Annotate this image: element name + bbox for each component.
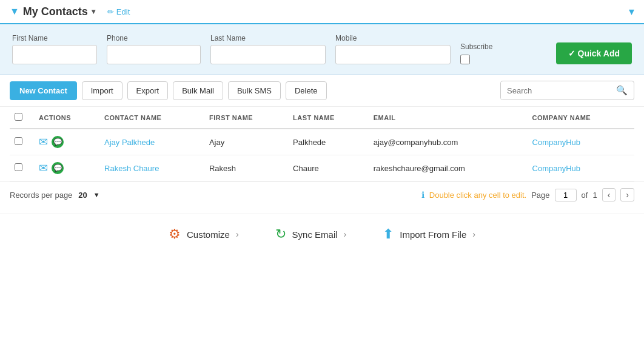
contact-name-link[interactable]: Ajay Palkhede: [104, 138, 155, 147]
phone-input[interactable]: [107, 45, 201, 64]
last-name-group: Last Name: [210, 34, 326, 64]
row-checkbox-cell: [10, 155, 34, 181]
pencil-icon: ✏: [107, 7, 114, 16]
quick-add-button[interactable]: ✓ Quick Add: [556, 42, 632, 64]
next-page-button[interactable]: ›: [620, 188, 634, 201]
row-checkbox-1[interactable]: [15, 163, 22, 171]
bulk-sms-button[interactable]: Bulk SMS: [228, 81, 281, 100]
search-input[interactable]: [501, 82, 610, 100]
actions-column-header: ACTIONS: [34, 107, 99, 129]
search-icon-button[interactable]: 🔍: [610, 81, 634, 100]
row-contact-name[interactable]: Ajay Palkhede: [99, 129, 204, 155]
import-button[interactable]: Import: [82, 81, 122, 100]
customize-arrow: ›: [236, 229, 239, 239]
phone-group: Phone: [107, 34, 201, 64]
import-from-file-label: Import From File: [400, 229, 466, 240]
company-name-column-header: COMPANY NAME: [528, 107, 634, 129]
import-file-arrow: ›: [472, 229, 475, 239]
row-last-name: Palkhede: [288, 129, 369, 155]
table-footer: Records per page 20 ▼ ℹ Double click any…: [0, 181, 644, 208]
of-label: of: [582, 191, 588, 200]
header: ▼ My Contacts ▾ ✏ Edit ▾: [0, 0, 644, 24]
bottom-actions: ⚙ Customize › ↻ Sync Email › ⬆ Import Fr…: [0, 214, 644, 254]
email-action-icon[interactable]: ✉: [39, 161, 48, 175]
records-per-page-label: Records per page: [10, 191, 72, 200]
mobile-label: Mobile: [335, 34, 451, 42]
email-action-icon[interactable]: ✉: [39, 135, 48, 149]
page-label: Page: [531, 191, 549, 200]
customize-action[interactable]: ⚙ Customize ›: [169, 226, 239, 242]
toolbar: New Contact Import Export Bulk Mail Bulk…: [0, 75, 644, 107]
mobile-group: Mobile: [335, 34, 451, 64]
row-last-name: Chaure: [288, 155, 369, 181]
sync-email-arrow: ›: [344, 229, 347, 239]
records-count: 20: [78, 191, 87, 200]
company-name-link[interactable]: CompanyHub: [532, 164, 581, 173]
company-name-link[interactable]: CompanyHub: [532, 138, 581, 147]
quick-add-panel: First Name Phone Last Name Mobile Subscr…: [0, 24, 644, 75]
table-header: ACTIONS CONTACT NAME FIRST NAME LAST NAM…: [10, 107, 634, 129]
contact-name-column-header: CONTACT NAME: [99, 107, 204, 129]
customize-label: Customize: [187, 229, 230, 240]
sync-email-action[interactable]: ↻ Sync Email ›: [275, 226, 347, 242]
row-contact-name[interactable]: Rakesh Chaure: [99, 155, 204, 181]
search-wrapper: 🔍: [500, 81, 634, 100]
bulk-mail-button[interactable]: Bulk Mail: [173, 81, 223, 100]
email-column-header: EMAIL: [369, 107, 528, 129]
subscribe-group: Subscribe: [460, 42, 492, 64]
row-action-icons: ✉ 💬: [39, 161, 95, 175]
row-company-name[interactable]: CompanyHub: [528, 155, 634, 181]
header-title-text: My Contacts: [23, 5, 88, 18]
corner-dropdown-icon[interactable]: ▾: [629, 5, 634, 18]
subscribe-label: Subscribe: [460, 42, 492, 51]
contacts-table: ACTIONS CONTACT NAME FIRST NAME LAST NAM…: [10, 107, 634, 181]
new-contact-button[interactable]: New Contact: [10, 81, 77, 100]
first-name-input[interactable]: [12, 45, 97, 64]
sync-email-icon: ↻: [275, 226, 286, 242]
last-name-input[interactable]: [210, 45, 326, 64]
import-from-file-action[interactable]: ⬆ Import From File ›: [383, 226, 475, 242]
row-checkbox-cell: [10, 129, 34, 155]
double-click-hint: Double click any cell to edit.: [429, 191, 526, 200]
customize-icon: ⚙: [169, 226, 181, 242]
info-icon: ℹ: [421, 190, 424, 200]
page-input[interactable]: 1: [555, 189, 577, 201]
row-email: rakeshchaure@gmail.com: [369, 155, 528, 181]
first-name-column-header: FIRST NAME: [204, 107, 288, 129]
my-contacts-title[interactable]: ▼ My Contacts ▾: [10, 5, 95, 18]
caret-icon: ▾: [92, 7, 95, 16]
row-checkbox-0[interactable]: [15, 137, 22, 145]
contacts-table-container: ACTIONS CONTACT NAME FIRST NAME LAST NAM…: [0, 107, 644, 181]
first-name-group: First Name: [12, 34, 97, 64]
first-name-label: First Name: [12, 34, 97, 42]
select-all-checkbox[interactable]: [15, 113, 22, 121]
sms-action-icon[interactable]: 💬: [52, 136, 64, 148]
prev-page-button[interactable]: ‹: [602, 188, 616, 201]
import-file-icon: ⬆: [383, 226, 394, 242]
total-pages: 1: [592, 191, 597, 200]
header-checkbox-col: [10, 107, 34, 129]
last-name-column-header: LAST NAME: [288, 107, 369, 129]
last-name-label: Last Name: [210, 34, 326, 42]
table-row: ✉ 💬 Ajay Palkhede Ajay Palkhede ajay@com…: [10, 129, 634, 155]
row-action-icons: ✉ 💬: [39, 135, 95, 149]
subscribe-checkbox[interactable]: [460, 55, 470, 64]
sms-action-icon[interactable]: 💬: [52, 162, 64, 174]
delete-button[interactable]: Delete: [286, 81, 327, 100]
row-actions-cell: ✉ 💬: [34, 129, 99, 155]
table-body: ✉ 💬 Ajay Palkhede Ajay Palkhede ajay@com…: [10, 129, 634, 181]
row-first-name: Ajay: [204, 129, 288, 155]
search-icon: 🔍: [616, 85, 628, 95]
row-company-name[interactable]: CompanyHub: [528, 129, 634, 155]
phone-label: Phone: [107, 34, 201, 42]
header-right: ▾: [629, 5, 634, 18]
mobile-input[interactable]: [335, 45, 451, 64]
pagination-info: ℹ Double click any cell to edit. Page 1 …: [421, 188, 634, 201]
row-first-name: Rakesh: [204, 155, 288, 181]
contact-name-link[interactable]: Rakesh Chaure: [104, 164, 159, 173]
records-dropdown-icon[interactable]: ▼: [93, 191, 100, 198]
row-actions-cell: ✉ 💬: [34, 155, 99, 181]
export-button[interactable]: Export: [127, 81, 169, 100]
edit-label: Edit: [116, 7, 130, 16]
edit-link[interactable]: ✏ Edit: [107, 7, 130, 16]
